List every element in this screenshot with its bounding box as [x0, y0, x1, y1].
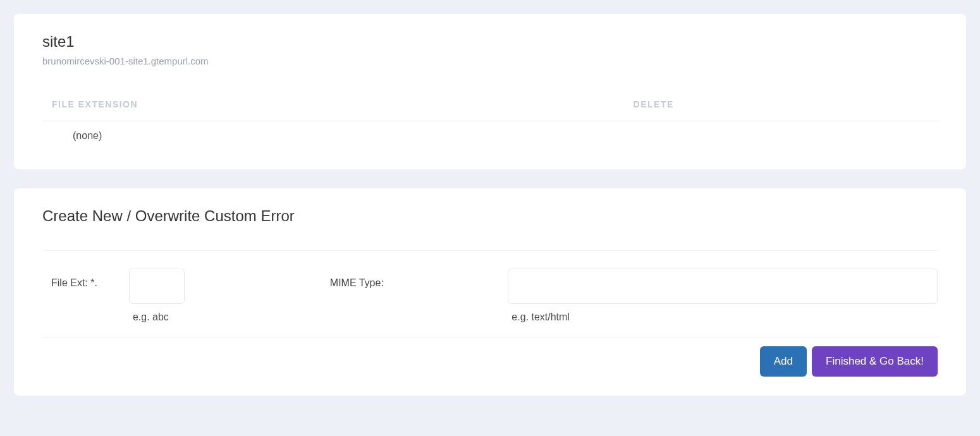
file-ext-label: File Ext: *.: [42, 269, 97, 289]
finished-button[interactable]: Finished & Go Back!: [812, 346, 938, 377]
file-ext-input[interactable]: [129, 269, 185, 304]
section-title: Create New / Overwrite Custom Error: [42, 207, 938, 225]
form-body: File Ext: *. e.g. abc MIME Type: e.g. te…: [42, 250, 938, 377]
mime-type-label: MIME Type:: [330, 277, 508, 289]
add-button[interactable]: Add: [760, 346, 807, 377]
file-ext-input-wrap: e.g. abc: [129, 269, 185, 323]
file-ext-hint: e.g. abc: [129, 312, 185, 323]
table-header-row: FILE EXTENSION DELETE: [42, 92, 938, 121]
mime-type-hint: e.g. text/html: [508, 312, 938, 323]
th-delete: DELETE: [634, 99, 938, 109]
mime-type-input[interactable]: [508, 269, 938, 304]
th-file-extension: FILE EXTENSION: [42, 99, 634, 109]
form-row: File Ext: *. e.g. abc MIME Type: e.g. te…: [42, 269, 938, 337]
site-url: brunomircevski-001-site1.gtempurl.com: [42, 56, 938, 66]
site-card: site1 brunomircevski-001-site1.gtempurl.…: [14, 14, 966, 169]
site-title: site1: [42, 33, 938, 51]
td-file-extension: (none): [42, 130, 102, 142]
table-row: (none): [42, 121, 938, 150]
mime-type-input-wrap: e.g. text/html: [508, 269, 938, 323]
button-row: Add Finished & Go Back!: [42, 346, 938, 377]
file-ext-group: File Ext: *. e.g. abc: [42, 269, 311, 323]
mime-type-label-col: MIME Type:: [311, 269, 508, 289]
create-form-card: Create New / Overwrite Custom Error File…: [14, 188, 966, 396]
